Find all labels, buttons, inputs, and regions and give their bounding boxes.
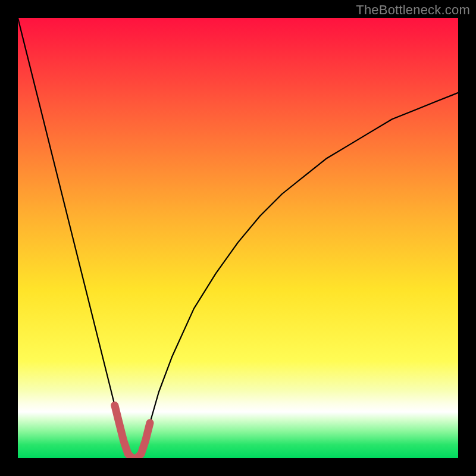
curve-layer (18, 18, 458, 458)
watermark-text: TheBottleneck.com (356, 2, 470, 18)
highlight-segment (115, 405, 150, 458)
outer-frame: TheBottleneck.com (0, 0, 476, 476)
bottleneck-curve (18, 18, 458, 458)
plot-area (18, 18, 458, 458)
